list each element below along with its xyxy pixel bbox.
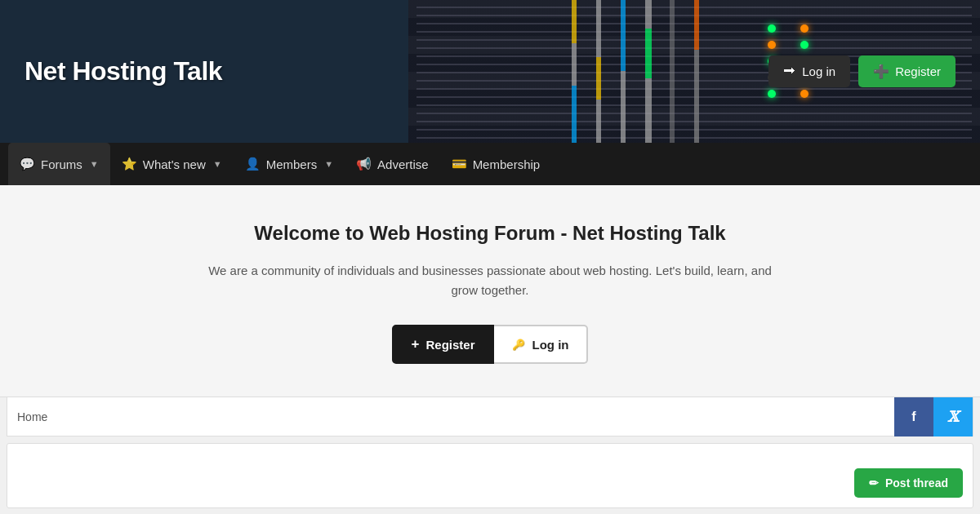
- breadcrumb-home-link[interactable]: Home: [17, 405, 57, 428]
- facebook-share-button[interactable]: f: [894, 397, 933, 436]
- welcome-login-button[interactable]: 🔑 Log in: [494, 325, 588, 364]
- twitter-icon: 𝕏: [947, 408, 959, 426]
- login-button[interactable]: ⮕ Log in: [768, 55, 850, 87]
- welcome-buttons: + Register 🔑 Log in: [16, 325, 964, 364]
- social-share-buttons: f 𝕏: [894, 397, 973, 436]
- facebook-icon: f: [911, 410, 915, 424]
- login-icon: ⮕: [783, 64, 796, 79]
- membership-icon: 💳: [452, 157, 467, 171]
- whats-new-icon: ⭐: [122, 157, 137, 171]
- post-thread-edit-icon: ✏: [869, 476, 879, 490]
- advertise-icon: 📢: [356, 157, 372, 171]
- forums-chevron-icon: ▼: [90, 159, 99, 169]
- nav-item-advertise[interactable]: 📢 Advertise: [345, 143, 440, 185]
- main-navbar: 💬 Forums ▼ ⭐ What's new ▼ 👤 Members ▼ 📢 …: [0, 143, 980, 185]
- nav-item-membership[interactable]: 💳 Membership: [440, 143, 552, 185]
- header-actions: ⮕ Log in ➕ Register: [768, 55, 956, 87]
- welcome-description: We are a community of individuals and bu…: [204, 261, 776, 300]
- forums-icon: 💬: [20, 157, 35, 171]
- site-title: Net Hosting Talk: [24, 56, 222, 86]
- breadcrumb-bar: Home f 𝕏: [7, 397, 973, 436]
- breadcrumb: Home: [7, 405, 57, 428]
- welcome-title: Welcome to Web Hosting Forum - Net Hosti…: [16, 222, 964, 245]
- register-button[interactable]: ➕ Register: [858, 55, 956, 87]
- header-banner: Net Hosting Talk ⮕ Log in ➕ Register: [0, 0, 980, 143]
- members-icon: 👤: [245, 157, 261, 171]
- members-chevron-icon: ▼: [324, 159, 333, 169]
- welcome-register-button[interactable]: + Register: [392, 325, 495, 364]
- welcome-section: Welcome to Web Hosting Forum - Net Hosti…: [0, 185, 980, 397]
- nav-item-forums[interactable]: 💬 Forums ▼: [8, 143, 110, 185]
- register-icon: ➕: [873, 64, 889, 79]
- whats-new-chevron-icon: ▼: [213, 159, 222, 169]
- nav-item-members[interactable]: 👤 Members ▼: [234, 143, 345, 185]
- welcome-register-plus-icon: +: [412, 336, 420, 352]
- nav-item-whats-new[interactable]: ⭐ What's new ▼: [110, 143, 234, 185]
- forum-content-area: ✏ Post thread: [7, 443, 973, 508]
- post-thread-button[interactable]: ✏ Post thread: [854, 468, 963, 498]
- twitter-share-button[interactable]: 𝕏: [933, 397, 973, 436]
- welcome-login-key-icon: 🔑: [512, 339, 525, 351]
